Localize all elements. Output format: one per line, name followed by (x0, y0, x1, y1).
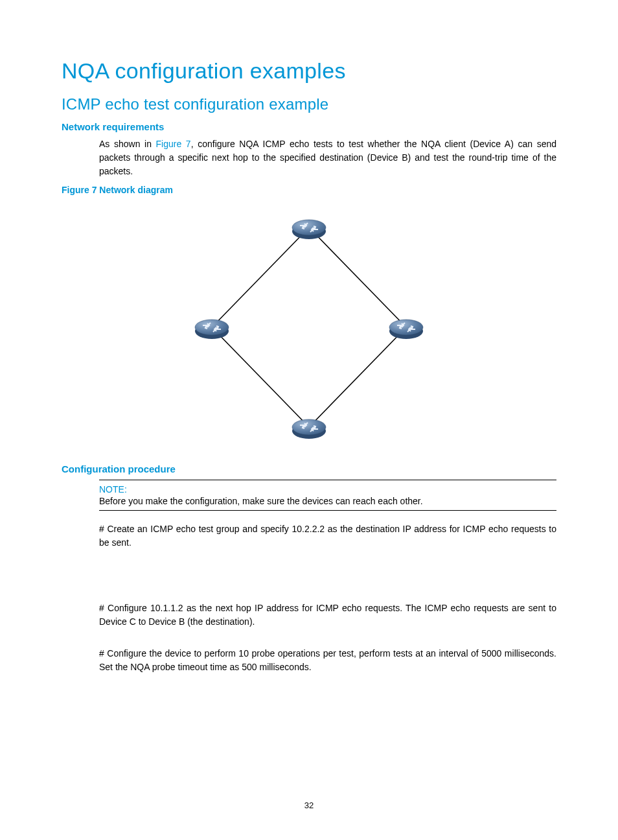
page-number: 32 (0, 800, 618, 810)
text-run: As shown in (99, 139, 156, 149)
step-paragraph: # Configure the device to perform 10 pro… (99, 647, 556, 674)
figure-reference-link[interactable]: Figure 7 (156, 139, 191, 149)
heading-3-network-requirements: Network requirements (62, 121, 556, 132)
figure-caption: Figure 7 Network diagram (62, 185, 556, 195)
note-label: NOTE: (99, 484, 556, 495)
svg-line-4 (212, 327, 309, 427)
router-icon (195, 320, 229, 339)
spacer (62, 556, 556, 601)
router-icon (389, 320, 423, 339)
intro-paragraph: As shown in Figure 7, configure NQA ICMP… (99, 137, 556, 178)
svg-line-3 (309, 228, 406, 327)
router-icon (292, 220, 326, 239)
svg-line-5 (309, 327, 406, 427)
heading-3-configuration-procedure: Configuration procedure (62, 463, 556, 474)
network-diagram (173, 204, 445, 450)
svg-line-2 (212, 228, 309, 327)
note-box: NOTE: Before you make the configuration,… (99, 480, 556, 511)
document-page: NQA configuration examples ICMP echo tes… (0, 0, 618, 840)
note-text: Before you make the configuration, make … (99, 496, 556, 506)
spacer (62, 635, 556, 647)
heading-1: NQA configuration examples (62, 58, 556, 84)
heading-2: ICMP echo test configuration example (62, 95, 556, 113)
step-paragraph: # Configure 10.1.1.2 as the next hop IP … (99, 601, 556, 629)
router-icon (292, 419, 326, 439)
step-paragraph: # Create an ICMP echo test group and spe… (99, 522, 556, 550)
